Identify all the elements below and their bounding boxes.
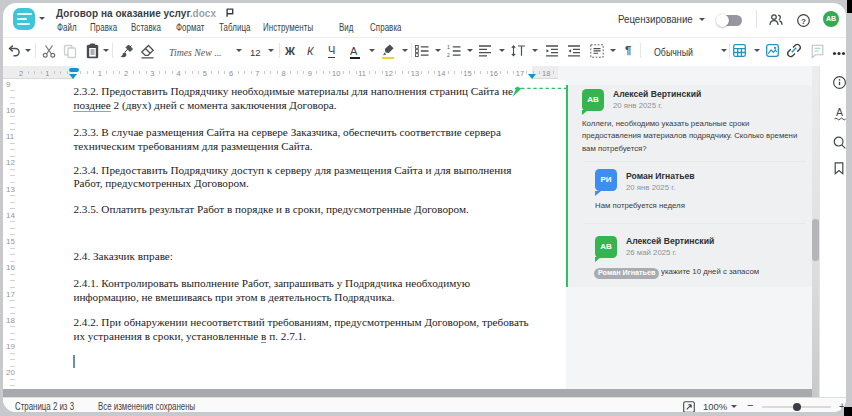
svg-text:А: А [835,106,842,118]
svg-text:1: 1 [447,44,450,50]
svg-text:2: 2 [447,51,450,57]
svg-text:?: ? [801,17,806,26]
